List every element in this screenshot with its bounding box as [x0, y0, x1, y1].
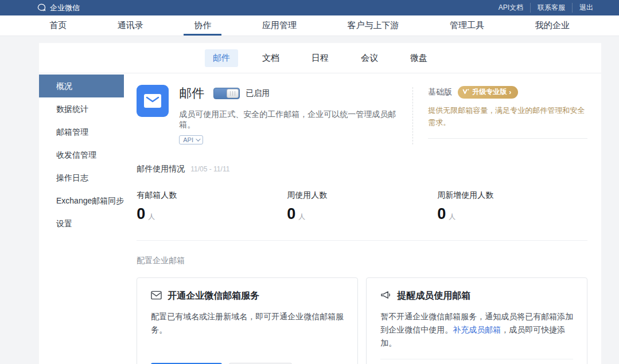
- tab-meeting[interactable]: 会议: [353, 49, 386, 67]
- usage-title: 邮件使用情况: [137, 164, 185, 174]
- upgrade-arrow: ›: [509, 88, 511, 96]
- card-remind-members: 提醒成员使用邮箱 暂不开通企业微信邮箱服务，通知成员将已有邮箱添加到企业微信中使…: [366, 277, 587, 364]
- tab-docs[interactable]: 文档: [254, 49, 287, 67]
- stat-value: 0: [137, 205, 145, 223]
- nav-item-home[interactable]: 首页: [46, 15, 70, 36]
- stat-unit: 人: [449, 212, 456, 222]
- toggle-knob: [227, 89, 239, 98]
- setup-section-title: 配置企业邮箱: [137, 256, 587, 266]
- card-divider: [380, 359, 573, 359]
- mail-enabled-toggle[interactable]: [213, 88, 240, 99]
- upgrade-pro-button[interactable]: 升级专业版 ›: [458, 86, 518, 99]
- plan-panel: 基础版 升级专业版 › 提供无限邮箱容量，满足: [428, 85, 587, 139]
- usage-section: 邮件使用情况 11/05 - 11/11 有邮箱人数 0 人 周使用人数: [137, 164, 587, 241]
- sidebar-item-operation-log[interactable]: 操作日志: [39, 166, 124, 189]
- link-contact-support[interactable]: 联系客服: [530, 3, 572, 13]
- topbar-links: API文档 联系客服 退出: [492, 3, 593, 13]
- nav-item-app-management[interactable]: 应用管理: [259, 15, 300, 36]
- card-description: 配置已有域名或注册新域名，即可开通企业微信邮箱服务。: [151, 310, 344, 336]
- plan-name: 基础版: [428, 87, 452, 97]
- nav-item-my-company[interactable]: 我的企业: [532, 15, 573, 36]
- desc-text: 业微信中使用。: [396, 325, 453, 334]
- stat-value: 0: [287, 205, 295, 223]
- stat-unit: 人: [298, 212, 305, 222]
- sidebar-item-settings[interactable]: 设置: [39, 212, 124, 235]
- card-title: 开通企业微信邮箱服务: [168, 290, 259, 302]
- add-member-mailbox-link[interactable]: 补充成员邮箱: [453, 325, 501, 334]
- usage-stats: 有邮箱人数 0 人 周使用人数 0 人 周新增使: [137, 190, 587, 223]
- sparkle-v-icon: [462, 88, 470, 96]
- api-label: API: [183, 136, 193, 143]
- megaphone-icon: [380, 291, 391, 302]
- sidebar-item-mailbox-management[interactable]: 邮箱管理: [39, 120, 124, 143]
- api-dropdown[interactable]: API: [179, 135, 203, 144]
- app-description: 成员可使用正式、安全的工作邮箱，企业可以统一管理成员邮箱。: [179, 109, 398, 130]
- sidebar-item-exchange-sync[interactable]: Exchange邮箱同步: [39, 189, 124, 212]
- chevron-down-icon: [196, 136, 200, 141]
- mail-app-icon: [137, 85, 169, 117]
- card-description: 暂不开通企业微信邮箱服务，通知成员将已有邮箱添加到企业微信中使用。补充成员邮箱，…: [380, 310, 573, 350]
- nav-item-admin-tools[interactable]: 管理工具: [446, 15, 488, 36]
- vertical-divider: [412, 87, 413, 144]
- collaboration-subtabs: 邮件 文档 日程 会议 微盘: [39, 43, 601, 73]
- brand: 企业微信: [37, 3, 80, 13]
- toggle-state-label: 已启用: [246, 88, 270, 99]
- nav-item-collaboration[interactable]: 协作: [190, 15, 215, 36]
- usage-date-range: 11/05 - 11/11: [190, 165, 229, 173]
- brand-name: 企业微信: [50, 3, 80, 13]
- app-header-text: 邮件 已启用 成员可使用正式、安全的工作邮箱，企业可以统一管理成员邮箱。 API: [179, 85, 398, 144]
- mail-sidebar: 概况 数据统计 邮箱管理 收发信管理 操作日志 Exchange邮箱同步 设置: [39, 73, 124, 364]
- topbar: 企业微信 API文档 联系客服 退出: [0, 0, 619, 15]
- nav-item-customers[interactable]: 客户与上下游: [344, 15, 403, 36]
- tab-schedule[interactable]: 日程: [303, 49, 337, 67]
- upgrade-badge-label: 升级专业版: [472, 87, 507, 97]
- plan-description: 提供无限邮箱容量，满足专业的邮件管理和安全需求。: [428, 104, 587, 129]
- content-container: 邮件 文档 日程 会议 微盘 概况 数据统计 邮箱管理 收发信管理 操作日志 E…: [39, 43, 601, 364]
- card-title: 提醒成员使用邮箱: [397, 290, 470, 302]
- sidebar-item-overview[interactable]: 概况: [39, 75, 124, 97]
- stat-value: 0: [437, 205, 446, 223]
- stat-label: 周新增使用人数: [437, 190, 587, 201]
- link-api-docs[interactable]: API文档: [492, 3, 530, 13]
- main-nav: 首页 通讯录 协作 应用管理 客户与上下游 管理工具 我的企业: [0, 15, 619, 36]
- tab-mail[interactable]: 邮件: [205, 49, 238, 67]
- stat-label: 有邮箱人数: [137, 190, 287, 201]
- stat-unit: 人: [148, 212, 155, 222]
- stat-label: 周使用人数: [287, 190, 437, 201]
- sidebar-item-send-receive-management[interactable]: 收发信管理: [39, 143, 124, 166]
- app-header: 邮件 已启用 成员可使用正式、安全的工作邮箱，企业可以统一管理成员邮箱。 API…: [137, 85, 587, 144]
- stat-mailbox-count: 有邮箱人数 0 人: [137, 190, 287, 223]
- page-title: 邮件: [179, 85, 204, 102]
- tab-drive[interactable]: 微盘: [402, 49, 435, 67]
- stat-weekly-new-users: 周新增使用人数 0 人: [437, 190, 587, 223]
- card-open-mail-service: 开通企业微信邮箱服务 配置已有域名或注册新域名，即可开通企业微信邮箱服务。 配置…: [137, 277, 358, 364]
- envelope-outline-icon: [151, 291, 162, 302]
- wework-logo-icon: [37, 3, 46, 13]
- setup-section: 配置企业邮箱 开通企业微信邮箱服务: [137, 256, 587, 364]
- link-logout[interactable]: 退出: [572, 3, 593, 13]
- nav-item-contacts[interactable]: 通讯录: [114, 15, 147, 36]
- stat-weekly-users: 周使用人数 0 人: [287, 190, 437, 223]
- mail-overview-panel: 邮件 已启用 成员可使用正式、安全的工作邮箱，企业可以统一管理成员邮箱。 API…: [124, 73, 604, 364]
- sidebar-item-data-statistics[interactable]: 数据统计: [39, 97, 124, 120]
